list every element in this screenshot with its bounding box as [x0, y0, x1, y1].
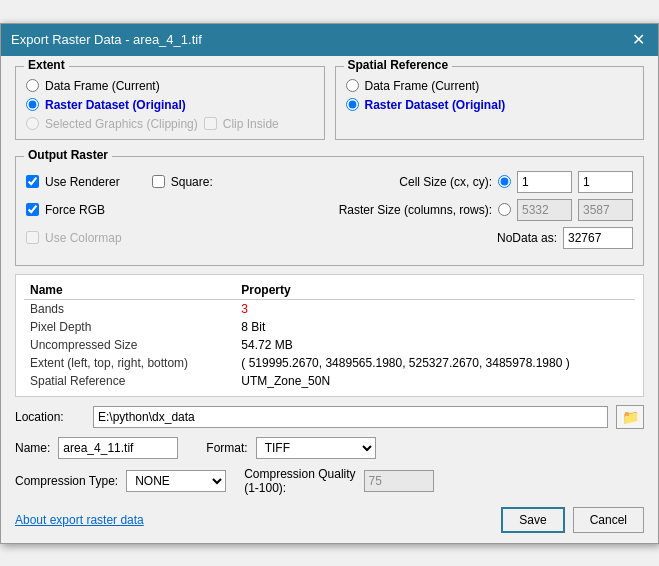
row-name: Uncompressed Size: [24, 336, 235, 354]
cell-size-radio[interactable]: [498, 175, 511, 188]
spatial-dataframe-radio[interactable]: [346, 79, 359, 92]
row-name: Spatial Reference: [24, 372, 235, 390]
row-value: ( 519995.2670, 3489565.1980, 525327.2670…: [235, 354, 635, 372]
use-colormap-label: Use Colormap: [45, 231, 122, 245]
folder-button[interactable]: 📁: [616, 405, 644, 429]
table-body: Bands3Pixel Depth8 BitUncompressed Size5…: [24, 299, 635, 390]
square-checkbox[interactable]: [152, 175, 165, 188]
spatial-dataframe-label: Data Frame (Current): [365, 79, 480, 93]
compression-label: Compression Type:: [15, 474, 118, 488]
button-group: Save Cancel: [501, 507, 644, 533]
row-value: 54.72 MB: [235, 336, 635, 354]
cancel-button[interactable]: Cancel: [573, 507, 644, 533]
spatial-reference-group-title: Spatial Reference: [344, 58, 453, 72]
nodata-label: NoData as:: [497, 231, 557, 245]
table-row: Spatial ReferenceUTM_Zone_50N: [24, 372, 635, 390]
clip-inside-checkbox[interactable]: [204, 117, 217, 130]
force-rgb-checkbox[interactable]: [26, 203, 39, 216]
dialog-title: Export Raster Data - area_4_1.tif: [11, 32, 202, 47]
table-row: Uncompressed Size54.72 MB: [24, 336, 635, 354]
raster-size-radio[interactable]: [498, 203, 511, 216]
table-row: Extent (left, top, right, bottom)( 51999…: [24, 354, 635, 372]
output-raster-title: Output Raster: [24, 148, 112, 162]
row-name: Bands: [24, 299, 235, 318]
output-row-3: Use Colormap NoData as:: [26, 227, 633, 249]
extent-group-title: Extent: [24, 58, 69, 72]
location-label: Location:: [15, 410, 85, 424]
table-row: Bands3: [24, 299, 635, 318]
save-button[interactable]: Save: [501, 507, 564, 533]
top-section: Extent Data Frame (Current) Raster Datas…: [15, 66, 644, 148]
extent-dataframe-radio[interactable]: [26, 79, 39, 92]
spatial-raster-radio[interactable]: [346, 98, 359, 111]
cell-cx-input[interactable]: [517, 171, 572, 193]
spatial-reference-group: Spatial Reference Data Frame (Current) R…: [335, 66, 645, 140]
spatial-reference-content: Data Frame (Current) Raster Dataset (Ori…: [346, 79, 634, 112]
nodata-group: NoData as:: [497, 227, 633, 249]
quality-input[interactable]: [364, 470, 434, 492]
compression-select[interactable]: NONE LZW JPEG DEFLATE PACK_BITS: [126, 470, 226, 492]
title-bar: Export Raster Data - area_4_1.tif ✕: [1, 24, 658, 56]
info-table: Name Property Bands3Pixel Depth8 BitUnco…: [15, 274, 644, 397]
cell-cy-input[interactable]: [578, 171, 633, 193]
col-header-property: Property: [235, 281, 635, 300]
row-value: UTM_Zone_50N: [235, 372, 635, 390]
table-row: Pixel Depth8 Bit: [24, 318, 635, 336]
use-colormap-checkbox[interactable]: [26, 231, 39, 244]
row-value: 3: [235, 299, 635, 318]
close-button[interactable]: ✕: [628, 30, 648, 50]
extent-radio-row-1: Data Frame (Current): [26, 79, 314, 93]
raster-size-group: Raster Size (columns, rows):: [339, 199, 633, 221]
dialog-body: Extent Data Frame (Current) Raster Datas…: [1, 56, 658, 543]
clip-inside-label: Clip Inside: [223, 117, 279, 131]
col-header-name: Name: [24, 281, 235, 300]
export-raster-dialog: Export Raster Data - area_4_1.tif ✕ Exte…: [0, 23, 659, 544]
extent-graphics-label: Selected Graphics (Clipping): [45, 117, 198, 131]
square-label: Square:: [171, 175, 213, 189]
extent-raster-label: Raster Dataset (Original): [45, 98, 186, 112]
spatial-radio-row-1: Data Frame (Current): [346, 79, 634, 93]
row-name: Pixel Depth: [24, 318, 235, 336]
format-select[interactable]: TIFF BMP PNG JPEG GRID: [256, 437, 376, 459]
row-name: Extent (left, top, right, bottom): [24, 354, 235, 372]
raster-cols-input[interactable]: [517, 199, 572, 221]
folder-icon: 📁: [622, 409, 639, 425]
properties-table: Name Property Bands3Pixel Depth8 BitUnco…: [24, 281, 635, 390]
quality-label: Compression Quality(1-100):: [244, 467, 355, 495]
extent-radio-row-2: Raster Dataset (Original): [26, 98, 314, 112]
about-link[interactable]: About export raster data: [15, 513, 144, 527]
extent-dataframe-label: Data Frame (Current): [45, 79, 160, 93]
extent-selected-row: Selected Graphics (Clipping) Clip Inside: [26, 117, 314, 131]
force-rgb-label: Force RGB: [45, 203, 105, 217]
raster-rows-input[interactable]: [578, 199, 633, 221]
use-renderer-checkbox[interactable]: [26, 175, 39, 188]
extent-content: Data Frame (Current) Raster Dataset (Ori…: [26, 79, 314, 131]
name-input[interactable]: [58, 437, 178, 459]
raster-size-label: Raster Size (columns, rows):: [339, 203, 492, 217]
output-raster-group: Output Raster Use Renderer Square: Cell …: [15, 156, 644, 266]
spatial-radio-row-2: Raster Dataset (Original): [346, 98, 634, 112]
use-renderer-label: Use Renderer: [45, 175, 120, 189]
quality-group: Compression Quality(1-100):: [244, 467, 433, 495]
format-label: Format:: [206, 441, 247, 455]
name-format-row: Name: Format: TIFF BMP PNG JPEG GRID: [15, 437, 644, 459]
bottom-row: About export raster data Save Cancel: [15, 503, 644, 533]
extent-raster-radio[interactable]: [26, 98, 39, 111]
table-header-row: Name Property: [24, 281, 635, 300]
output-row-1: Use Renderer Square: Cell Size (cx, cy):: [26, 171, 633, 193]
cell-size-label: Cell Size (cx, cy):: [399, 175, 492, 189]
extent-graphics-radio[interactable]: [26, 117, 39, 130]
location-input[interactable]: [93, 406, 608, 428]
spatial-raster-label: Raster Dataset (Original): [365, 98, 506, 112]
nodata-input[interactable]: [563, 227, 633, 249]
row-value: 8 Bit: [235, 318, 635, 336]
output-row-2: Force RGB Raster Size (columns, rows):: [26, 199, 633, 221]
location-row: Location: 📁: [15, 405, 644, 429]
cell-size-group: Cell Size (cx, cy):: [399, 171, 633, 193]
compression-row: Compression Type: NONE LZW JPEG DEFLATE …: [15, 467, 644, 495]
extent-group: Extent Data Frame (Current) Raster Datas…: [15, 66, 325, 140]
name-label: Name:: [15, 441, 50, 455]
